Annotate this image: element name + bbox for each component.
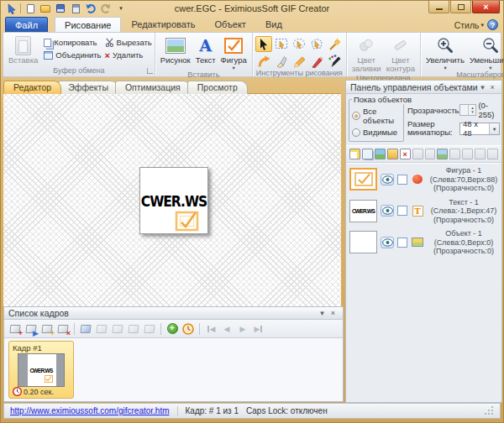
pencil-tool[interactable] [291, 53, 307, 69]
style-button[interactable]: Стиль ▾ [454, 20, 484, 30]
insert-picture-button[interactable]: Рисунок [158, 34, 193, 66]
export-button[interactable] [70, 3, 81, 14]
tab-view[interactable]: Вид [256, 17, 291, 33]
bar-icon [260, 326, 262, 332]
magic-wand-tool[interactable] [326, 36, 343, 52]
merge-icon [44, 51, 53, 60]
duplicate-object-button[interactable] [362, 149, 373, 159]
new-file-button[interactable] [24, 3, 36, 14]
outline-color-button[interactable]: Цвет контура [384, 34, 417, 74]
doc-tab-effects[interactable]: Эффекты [58, 81, 118, 94]
tab-file[interactable]: Файл [5, 17, 48, 33]
doc-tab-editor[interactable]: Редактор [3, 81, 61, 94]
frame-item[interactable]: Кадр #1 CWER.WS 0.20 сек. [8, 341, 74, 399]
group-clipboard: Вставка Копировать Объединить Выре [3, 33, 155, 76]
polygon-select-tool[interactable] [308, 36, 325, 52]
visibility-toggle[interactable] [381, 237, 394, 248]
maximize-button[interactable] [450, 1, 471, 13]
objects-panel-close-button[interactable]: × [487, 83, 497, 91]
rotate-frame-button[interactable] [94, 321, 109, 336]
tab-edit[interactable]: Редактировать [122, 17, 204, 33]
bring-forward-button[interactable] [475, 149, 486, 159]
insert-frame-button[interactable]: ▶ [24, 321, 39, 336]
move-frame-left-button[interactable] [126, 321, 141, 336]
reverse-frames-button[interactable] [78, 321, 93, 336]
radio-visible-objects[interactable]: Видимые [352, 128, 401, 137]
canvas-image[interactable]: CWER.WS [139, 167, 208, 234]
object-thumbnail-text: CWER.WS [352, 207, 375, 214]
insert-text-button[interactable]: A Текст [193, 34, 218, 66]
website-link[interactable]: http://www.eximioussoft.com/gifcreator.h… [10, 406, 170, 415]
frames-panel-close-button[interactable]: × [328, 309, 339, 317]
shape-type-icon [411, 174, 424, 185]
lasso-select-tool[interactable] [291, 36, 307, 52]
delete-button[interactable]: × Удалить [105, 50, 152, 60]
tab-object[interactable]: Объект [205, 17, 255, 33]
add-image-button[interactable] [437, 149, 448, 159]
knife-tool[interactable] [273, 53, 290, 69]
delete-object-button[interactable]: × [400, 149, 411, 159]
doc-tab-optimization[interactable]: Оптимизация [115, 81, 191, 94]
flip-frame-button[interactable] [110, 321, 125, 336]
object-checkbox[interactable] [397, 238, 407, 248]
ribbon: Вставка Копировать Объединить Выре [3, 32, 501, 77]
curve-tool[interactable] [255, 53, 272, 69]
send-backward-button[interactable] [487, 149, 498, 159]
merge-object-button[interactable] [387, 149, 398, 159]
doc-tab-preview[interactable]: Просмотр [187, 81, 248, 94]
object-row-background[interactable]: Объект - 1 (Слева:0,Верх:0) (Прозрачност… [346, 227, 501, 258]
resize-grip[interactable] [484, 405, 494, 417]
frame-time-button[interactable] [181, 321, 196, 336]
spinner-arrows[interactable]: ▴ ▾ [468, 105, 475, 115]
zoom-out-button[interactable]: Уменьшить ▾ [467, 34, 504, 70]
objects-panel-menu-button[interactable]: ▾ [478, 83, 488, 91]
fill-color-button[interactable]: Цвет заливки [349, 34, 384, 74]
prev-frame-button[interactable]: ◀ [219, 321, 234, 336]
object-checkbox[interactable] [397, 175, 407, 185]
text-type-icon: T [411, 205, 424, 217]
thumb-size-select[interactable]: 48 x 48 ▾ [459, 123, 500, 135]
tab-drawing[interactable]: Рисование [55, 17, 121, 33]
object-checkbox[interactable] [397, 206, 407, 216]
add-frame-button[interactable]: + [8, 321, 23, 336]
close-button[interactable]: × [472, 1, 500, 13]
cut-button[interactable]: Вырезать [105, 38, 152, 47]
chevron-down-icon: ▾ [489, 65, 491, 70]
minimize-button[interactable] [428, 1, 449, 13]
insert-shape-button[interactable]: Фигура ▾ [218, 34, 249, 70]
open-file-button[interactable] [39, 3, 51, 14]
optimize-frames-button[interactable]: + [165, 321, 180, 336]
move-object-down-button[interactable] [462, 149, 473, 159]
zoom-in-button[interactable]: Увеличить ▾ [423, 34, 467, 70]
new-object-button[interactable] [349, 149, 360, 159]
replace-image-button[interactable] [375, 149, 386, 159]
frames-panel-menu-button[interactable]: ▾ [317, 309, 328, 317]
paste-button[interactable]: Вставка [6, 34, 40, 66]
rect-select-tool[interactable] [273, 36, 290, 52]
visibility-toggle[interactable] [381, 174, 394, 185]
save-button[interactable] [55, 3, 66, 14]
check-shape[interactable] [175, 210, 200, 232]
clipboard-dialog-launcher-icon[interactable] [147, 68, 153, 74]
visibility-toggle[interactable] [381, 205, 394, 217]
help-icon[interactable]: ? [487, 19, 498, 30]
move-frame-right-button[interactable] [142, 321, 157, 336]
copy-frame-button[interactable]: + [39, 321, 55, 336]
object-row-text[interactable]: CWER.WS T Текст - 1 (Слева:-1,Верх:47) (… [346, 196, 501, 227]
move-object-up-button[interactable] [449, 149, 460, 159]
color-pen-tool[interactable] [326, 53, 343, 69]
paste-object-button[interactable] [412, 149, 423, 159]
merge-button[interactable]: Объединить [44, 50, 101, 60]
edit-object-button[interactable] [425, 149, 436, 159]
canvas[interactable]: CWER.WS [3, 93, 341, 306]
object-row-shape[interactable]: Фигура - 1 (Слева:70,Верх:88) (Прозрачно… [346, 164, 501, 196]
marker-tool[interactable] [308, 53, 325, 69]
first-frame-button[interactable]: ◀ [203, 321, 218, 336]
radio-all-objects[interactable]: Все объекты [352, 107, 401, 125]
last-frame-button[interactable]: ▶ [251, 321, 266, 336]
select-tool[interactable] [255, 36, 272, 52]
delete-frame-button[interactable]: × [55, 321, 71, 336]
copy-button[interactable]: Копировать [44, 38, 101, 47]
transparency-input[interactable]: ▴ ▾ [459, 104, 476, 116]
next-frame-button[interactable]: ▶ [235, 321, 250, 336]
